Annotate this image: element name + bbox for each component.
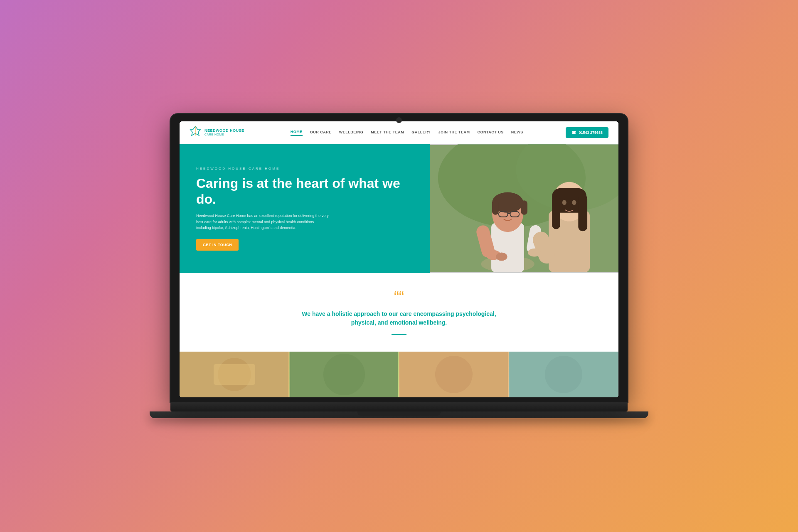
- quote-section: ““ We have a holistic approach to our ca…: [180, 273, 618, 352]
- hero-image: [430, 144, 618, 273]
- cards-row: [180, 352, 618, 397]
- card-thumb-2: [289, 352, 399, 397]
- nav-link-gallery[interactable]: GALLERY: [411, 130, 431, 135]
- quote-text: We have a holistic approach to our care …: [299, 310, 499, 327]
- hero-content: NEEDWOOD HOUSE CARE HOME Caring is at th…: [180, 144, 430, 273]
- browser-window: NEEDWOOD HOUSE CARE HOME HOME OUR CARE W…: [180, 121, 618, 397]
- camera-notch: [396, 117, 402, 123]
- laptop-base: [170, 402, 628, 411]
- svg-point-36: [545, 356, 582, 393]
- phone-button[interactable]: ☎ 01543 275688: [566, 127, 608, 138]
- hero-cta-button[interactable]: GET IN TOUCH: [196, 239, 239, 251]
- svg-point-32: [323, 354, 365, 395]
- laptop: NEEDWOOD HOUSE CARE HOME HOME OUR CARE W…: [170, 114, 628, 418]
- logo-sub: CARE HOME: [204, 133, 244, 136]
- hero-title: Caring is at the heart of what we do.: [196, 175, 413, 207]
- nav-link-news[interactable]: NEWS: [511, 130, 523, 135]
- card-thumb-4: [509, 352, 618, 397]
- card-thumb-3: [399, 352, 509, 397]
- nav-link-our-care[interactable]: OUR CARE: [310, 130, 332, 135]
- svg-rect-30: [214, 364, 255, 385]
- quote-mark: ““: [394, 290, 404, 305]
- logo: NEEDWOOD HOUSE CARE HOME: [190, 126, 248, 140]
- nav-link-contact-us[interactable]: CONTACT US: [477, 130, 503, 135]
- hero-section: NEEDWOOD HOUSE CARE HOME Caring is at th…: [180, 144, 618, 273]
- nav-links: HOME OUR CARE WELLBEING MEET THE TEAM GA…: [251, 130, 562, 136]
- nav-link-wellbeing[interactable]: WELLBEING: [339, 130, 364, 135]
- laptop-bezel: NEEDWOOD HOUSE CARE HOME HOME OUR CARE W…: [170, 114, 628, 402]
- logo-text: NEEDWOOD HOUSE CARE HOME: [204, 129, 244, 136]
- logo-icon: [190, 126, 201, 140]
- hero-eyebrow: NEEDWOOD HOUSE CARE HOME: [196, 167, 413, 170]
- hero-description: Needwood House Care Home has an excellen…: [196, 213, 329, 231]
- quote-divider: [392, 334, 406, 335]
- nav-link-join-the-team[interactable]: JOIN THE TEAM: [438, 130, 470, 135]
- svg-point-34: [435, 356, 473, 393]
- nav-link-meet-the-team[interactable]: MEET THE TEAM: [371, 130, 404, 135]
- logo-name: NEEDWOOD HOUSE: [204, 129, 244, 133]
- phone-icon: ☎: [571, 131, 576, 135]
- main-nav: NEEDWOOD HOUSE CARE HOME HOME OUR CARE W…: [180, 121, 618, 144]
- nav-link-home[interactable]: HOME: [291, 130, 303, 136]
- svg-rect-27: [430, 145, 618, 272]
- phone-number: 01543 275688: [579, 131, 603, 135]
- card-thumb-1: [180, 352, 289, 397]
